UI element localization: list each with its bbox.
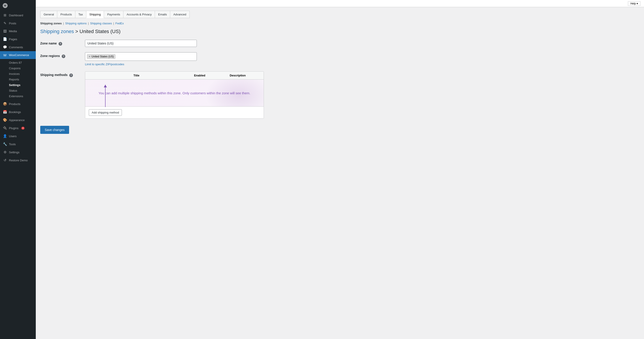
sidebar-item-bookings[interactable]: 📅 Bookings [0,108,36,116]
sidebar-item-users[interactable]: 👤 Users [0,132,36,140]
woocommerce-submenu: Orders 87 Coupons Invoices Reports Setti… [0,59,36,100]
sidebar-item-pages[interactable]: 📄 Pages [0,35,36,43]
sidebar-item-tools[interactable]: 🔧 Tools [0,140,36,148]
wp-icon: W [3,3,8,8]
sidebar-item-products[interactable]: 📦 Products [0,100,36,108]
sidebar-item-restore-demo[interactable]: ↺ Restore Demo [0,156,36,164]
breadcrumb-link[interactable]: Shipping zones [40,28,74,34]
tools-icon: 🔧 [3,142,7,146]
appearance-icon: 🎨 [3,118,7,122]
subnav-fedex[interactable]: FedEx [116,22,124,25]
subnav-sep-1: | [63,22,64,25]
tab-tax[interactable]: Tax [75,11,86,18]
sidebar-item-media[interactable]: 🖼 Media [0,27,36,35]
zone-name-input[interactable] [85,40,197,47]
sidebar-item-label: Restore Demo [9,159,28,162]
sidebar-item-label: Appearance [9,118,24,122]
subnav-shipping-classes[interactable]: Shipping classes [90,22,112,25]
sidebar-item-settings[interactable]: ⚙ Settings [0,148,36,156]
sidebar-item-label: Posts [9,22,16,25]
zone-regions-input[interactable]: ✕ United States (US) [85,52,197,61]
zone-name-row: Zone name ? [40,40,264,47]
region-tag-remove[interactable]: ✕ [88,55,90,58]
sidebar-item-plugins[interactable]: 🔌 Plugins 4 [0,124,36,132]
save-changes-button[interactable]: Save changes [40,126,69,134]
zone-name-field [85,40,264,47]
help-button[interactable]: Help ▾ [628,1,640,6]
orders-badge: 87 [18,61,22,64]
shipping-methods-help-icon[interactable]: ? [69,73,73,77]
tab-accounts-privacy[interactable]: Accounts & Privacy [123,11,155,18]
woocommerce-icon: W [3,53,7,57]
add-shipping-method-button[interactable]: Add shipping method [89,109,122,116]
sidebar-item-label: Media [9,29,17,33]
extensions-label: Extensions [9,94,23,98]
sidebar-item-appearance[interactable]: 🎨 Appearance [0,116,36,124]
tab-advanced[interactable]: Advanced [170,11,190,18]
zip-link[interactable]: Limit to specific ZIP/postcodes [85,62,124,66]
sidebar-item-label: Settings [9,151,20,154]
shipping-methods-row: Shipping methods ? Title Enabled Descrip… [40,71,264,119]
sidebar-item-dashboard[interactable]: ⊞ Dashboard [0,11,36,19]
posts-icon: ✎ [3,21,7,25]
sidebar-item-label: Dashboard [9,14,23,17]
page-header: Shipping zones > United States (US) [40,28,640,34]
plugins-badge: 4 [21,127,25,130]
tab-general[interactable]: General [40,11,57,18]
settings-icon: ⚙ [3,150,7,154]
arrow-head [104,85,107,87]
subnav-shipping-options[interactable]: Shipping options [65,22,86,25]
sidebar-sub-status[interactable]: Status [7,88,36,93]
shipping-table-body: You can add multiple shipping methods wi… [85,79,264,106]
breadcrumb-arrow: > [75,28,80,34]
status-label: Status [9,89,17,92]
shipping-methods-label: Shipping methods ? [40,71,85,77]
users-icon: 👤 [3,134,7,138]
products-icon: 📦 [3,102,7,106]
empty-message: You can add multiple shipping methods wi… [98,91,250,95]
sidebar-sub-reports[interactable]: Reports [7,77,36,82]
shipping-methods-container: Title Enabled Description You can add mu… [85,71,264,119]
zone-regions-label: Zone regions ? [40,52,85,58]
sidebar-sub-coupons[interactable]: Coupons [7,65,36,71]
dashboard-icon: ⊞ [3,13,7,17]
settings-label: Settings [9,83,20,87]
orders-label: Orders [9,61,18,64]
wp-logo: W [0,0,36,11]
col-enabled-header: Enabled [184,74,215,77]
region-tag-label: United States (US) [92,55,114,58]
zone-regions-help-icon[interactable]: ? [62,54,65,58]
shipping-table: Title Enabled Description You can add mu… [85,71,264,119]
sub-navigation: Shipping zones | Shipping options | Ship… [40,22,640,25]
tab-emails[interactable]: Emails [155,11,170,18]
sidebar-sub-extensions[interactable]: Extensions [7,93,36,99]
sidebar-item-label: WooCommerce [9,53,29,57]
sidebar-item-label: Pages [9,37,17,41]
sidebar-item-comments[interactable]: 💬 Comments [0,43,36,51]
sidebar-item-label: Products [9,102,20,106]
region-tag: ✕ United States (US) [87,54,116,59]
bookings-icon: 📅 [3,110,7,114]
shipping-table-header: Title Enabled Description [85,71,264,79]
sidebar-sub-orders[interactable]: Orders 87 [7,60,36,65]
sidebar-item-label: Plugins [9,126,18,130]
tab-payments[interactable]: Payments [104,11,123,18]
pages-icon: 📄 [3,37,7,41]
tab-shipping[interactable]: Shipping [86,11,104,18]
sidebar-item-woocommerce[interactable]: W WooCommerce [0,51,36,59]
zone-regions-field: ✕ United States (US) Limit to specific Z… [85,52,264,66]
coupons-label: Coupons [9,67,20,70]
plugins-icon: 🔌 [3,126,7,130]
zip-link-container: Limit to specific ZIP/postcodes [85,62,264,66]
subnav-shipping-zones[interactable]: Shipping zones [40,22,62,25]
invoices-label: Invoices [9,72,20,75]
sidebar-item-posts[interactable]: ✎ Posts [0,19,36,27]
shipping-table-footer: Add shipping method [85,106,264,118]
sidebar-sub-invoices[interactable]: Invoices [7,71,36,77]
col-description-header: Description [215,74,260,77]
subnav-sep-3: | [113,22,114,25]
tab-products[interactable]: Products [57,11,75,18]
sidebar-sub-settings[interactable]: Settings [7,82,36,88]
zone-name-help-icon[interactable]: ? [58,42,62,45]
sidebar-item-label: Comments [9,45,23,49]
